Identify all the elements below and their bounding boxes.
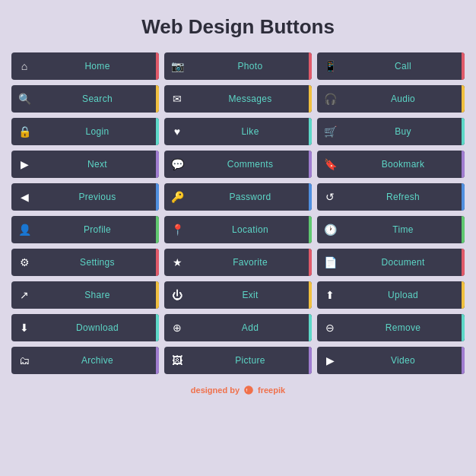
button-location[interactable]: 📍Location [164,216,312,243]
button-accent [309,216,312,243]
button-label: Add [192,322,309,333]
button-accent [462,249,465,276]
svg-point-0 [244,386,253,395]
button-label: Previous [39,192,156,202]
button-accent [156,216,159,243]
button-icon: 🗂 [11,347,39,374]
button-label: Messages [192,94,309,104]
button-accent [462,118,465,145]
button-icon: ▶ [317,347,344,374]
button-video[interactable]: ▶Video [317,347,465,374]
button-icon: 💬 [164,151,192,178]
button-label: Home [39,61,156,71]
button-previous[interactable]: ◀Previous [11,183,159,211]
button-buy[interactable]: 🛒Buy [317,118,465,145]
button-comments[interactable]: 💬Comments [164,151,312,178]
button-label: Upload [344,290,462,300]
button-download[interactable]: ⬇Download [11,314,159,341]
button-login[interactable]: 🔒Login [11,118,159,145]
button-photo[interactable]: 📷Photo [164,52,312,80]
button-icon: ▶ [11,151,39,178]
button-remove[interactable]: ⊖Remove [317,314,465,341]
button-next[interactable]: ▶Next [11,151,159,178]
button-label: Audio [344,94,462,104]
button-share[interactable]: ↗Share [11,281,159,309]
button-label: Login [39,126,156,137]
button-accent [462,52,465,80]
button-icon: ★ [164,249,192,276]
button-accent [156,151,159,178]
button-upload[interactable]: ⬆Upload [317,281,465,309]
button-label: Favorite [192,257,309,268]
freepik-icon: f [243,385,254,395]
button-picture[interactable]: 🖼Picture [164,347,312,374]
button-search[interactable]: 🔍Search [11,85,159,113]
button-icon: 🔍 [11,85,39,113]
button-icon: ⊖ [317,314,344,341]
button-like[interactable]: ♥Like [164,118,312,145]
button-label: Settings [39,257,156,268]
button-favorite[interactable]: ★Favorite [164,249,312,276]
button-accent [462,347,465,374]
button-label: Next [39,159,156,170]
button-accent [309,118,312,145]
button-label: Picture [192,355,309,366]
button-label: Location [192,224,309,235]
button-icon: ⌂ [11,52,39,80]
button-accent [156,52,159,80]
button-messages[interactable]: ✉Messages [164,85,312,113]
button-label: Like [192,126,309,137]
button-accent [309,314,312,341]
button-label: Video [344,355,462,366]
button-accent [462,85,465,113]
button-icon: 👤 [11,216,39,243]
button-settings[interactable]: ⚙Settings [11,249,159,276]
button-document[interactable]: 📄Document [317,249,465,276]
button-accent [156,118,159,145]
button-label: Photo [192,61,309,71]
button-add[interactable]: ⊕Add [164,314,312,341]
footer-brand: freepik [258,386,285,395]
button-home[interactable]: ⌂Home [11,52,159,80]
button-call[interactable]: 📱Call [317,52,465,80]
button-accent [309,52,312,80]
button-accent [309,85,312,113]
button-label: Comments [192,159,309,170]
button-icon: 🛒 [317,118,344,145]
button-accent [462,216,465,243]
button-icon: ↗ [11,281,39,309]
button-icon: 📄 [317,249,344,276]
button-icon: ⊕ [164,314,192,341]
button-icon: ⬇ [11,314,39,341]
button-profile[interactable]: 👤Profile [11,216,159,243]
buttons-grid: ⌂Home📷Photo📱Call🔍Search✉Messages🎧Audio🔒L… [11,52,465,374]
button-accent [462,151,465,178]
button-password[interactable]: 🔑Password [164,183,312,211]
button-accent [156,85,159,113]
button-refresh[interactable]: ↺Refresh [317,183,465,211]
button-icon: 🕐 [317,216,344,243]
button-icon: ⬆ [317,281,344,309]
button-icon: 📱 [317,52,344,80]
footer-text: designed by [191,386,240,395]
button-accent [309,281,312,309]
button-accent [156,249,159,276]
button-accent [309,183,312,211]
button-label: Bookmark [344,159,462,170]
button-archive[interactable]: 🗂Archive [11,347,159,374]
button-accent [309,249,312,276]
button-label: Time [344,224,462,235]
button-label: Password [192,192,309,202]
button-bookmark[interactable]: 🔖Bookmark [317,151,465,178]
button-accent [309,151,312,178]
button-time[interactable]: 🕐Time [317,216,465,243]
button-label: Document [344,257,462,268]
button-label: Search [39,94,156,104]
button-audio[interactable]: 🎧Audio [317,85,465,113]
button-icon: 🔑 [164,183,192,211]
button-icon: 🎧 [317,85,344,113]
button-accent [309,347,312,374]
button-icon: ♥ [164,118,192,145]
button-exit[interactable]: ⏻Exit [164,281,312,309]
button-icon: 📍 [164,216,192,243]
